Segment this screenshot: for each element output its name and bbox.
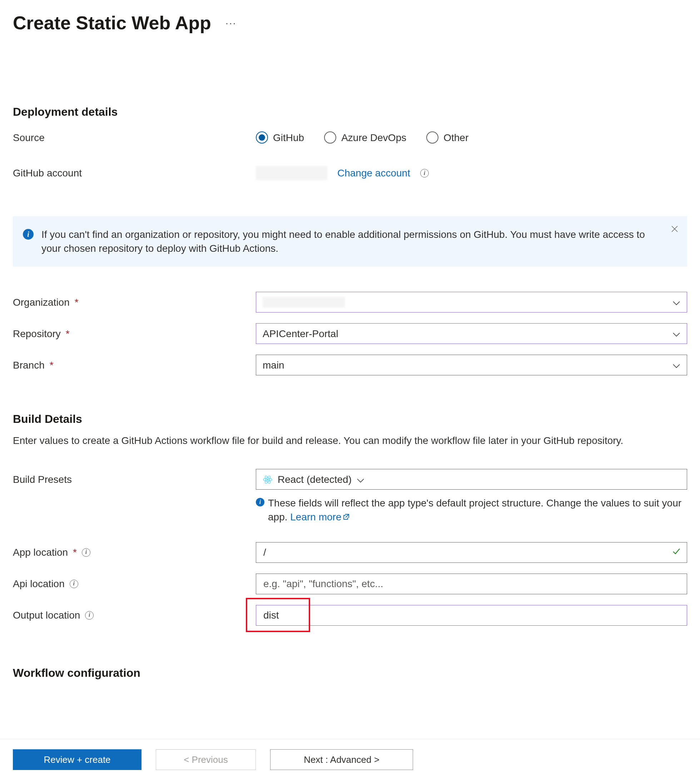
required-indicator: *	[73, 546, 77, 559]
repository-label: Repository	[13, 327, 61, 341]
close-icon[interactable]	[671, 223, 678, 236]
source-radio-group: GitHub Azure DevOps Other	[256, 131, 468, 145]
output-location-input[interactable]	[263, 605, 680, 625]
api-location-input-wrapper	[256, 574, 687, 594]
check-icon	[672, 546, 681, 559]
workflow-configuration-heading: Workflow configuration	[13, 665, 687, 681]
next-button[interactable]: Next : Advanced >	[270, 749, 413, 758]
chevron-down-icon	[672, 295, 680, 309]
required-indicator: *	[66, 327, 70, 341]
branch-label: Branch	[13, 358, 45, 372]
info-icon[interactable]: i	[70, 580, 78, 588]
branch-value: main	[263, 358, 285, 372]
source-radio-azure-devops[interactable]: Azure DevOps	[324, 131, 406, 145]
chevron-down-icon	[357, 472, 365, 486]
build-presets-hint: These fields will reflect the app type's…	[268, 496, 687, 524]
api-location-input[interactable]	[263, 574, 680, 594]
wizard-footer: Review + create < Previous Next : Advanc…	[0, 739, 700, 758]
external-link-icon	[343, 513, 350, 521]
branch-dropdown[interactable]: main	[256, 355, 687, 375]
api-location-label: Api location	[13, 577, 65, 591]
build-details-heading: Build Details	[13, 411, 687, 427]
build-presets-label: Build Presets	[13, 472, 72, 486]
radio-label: GitHub	[273, 131, 304, 145]
radio-icon	[256, 131, 268, 143]
svg-point-2	[267, 479, 268, 481]
required-indicator: *	[75, 295, 78, 309]
chevron-down-icon	[672, 358, 680, 372]
organization-value	[263, 297, 345, 308]
deployment-details-heading: Deployment details	[13, 104, 687, 120]
react-icon	[263, 474, 273, 484]
info-icon[interactable]: i	[82, 548, 90, 557]
build-presets-dropdown[interactable]: React (detected)	[256, 469, 687, 490]
required-indicator: *	[50, 358, 53, 372]
radio-label: Other	[443, 131, 468, 145]
output-location-input-wrapper	[256, 605, 687, 626]
info-banner-text: If you can't find an organization or rep…	[42, 228, 658, 255]
info-icon: i	[256, 498, 264, 506]
info-icon: i	[23, 229, 33, 239]
repository-value: APICenter-Portal	[263, 327, 338, 341]
info-banner: i If you can't find an organization or r…	[13, 216, 687, 267]
app-location-input[interactable]	[263, 542, 680, 562]
previous-button: < Previous	[156, 749, 256, 758]
radio-label: Azure DevOps	[341, 131, 406, 145]
source-label: Source	[13, 131, 45, 145]
github-account-label: GitHub account	[13, 166, 82, 180]
app-location-label: App location	[13, 546, 68, 559]
radio-icon	[426, 131, 438, 143]
app-location-input-wrapper	[256, 542, 687, 563]
more-actions-icon[interactable]: ···	[225, 15, 237, 30]
repository-dropdown[interactable]: APICenter-Portal	[256, 323, 687, 344]
learn-more-link[interactable]: Learn more	[290, 511, 350, 522]
info-icon[interactable]: i	[85, 611, 93, 620]
github-account-value	[256, 166, 327, 180]
build-details-desc: Enter values to create a GitHub Actions …	[13, 434, 685, 447]
change-account-link[interactable]: Change account	[337, 166, 410, 180]
page-title: Create Static Web App	[13, 10, 211, 36]
review-create-button[interactable]: Review + create	[13, 749, 142, 758]
organization-dropdown[interactable]	[256, 292, 687, 313]
radio-icon	[324, 131, 336, 143]
info-icon[interactable]: i	[420, 169, 429, 178]
output-location-label: Output location	[13, 608, 80, 622]
organization-label: Organization	[13, 295, 70, 309]
build-presets-value: React (detected)	[278, 472, 352, 486]
chevron-down-icon	[672, 327, 680, 341]
source-radio-github[interactable]: GitHub	[256, 131, 304, 145]
source-radio-other[interactable]: Other	[426, 131, 468, 145]
